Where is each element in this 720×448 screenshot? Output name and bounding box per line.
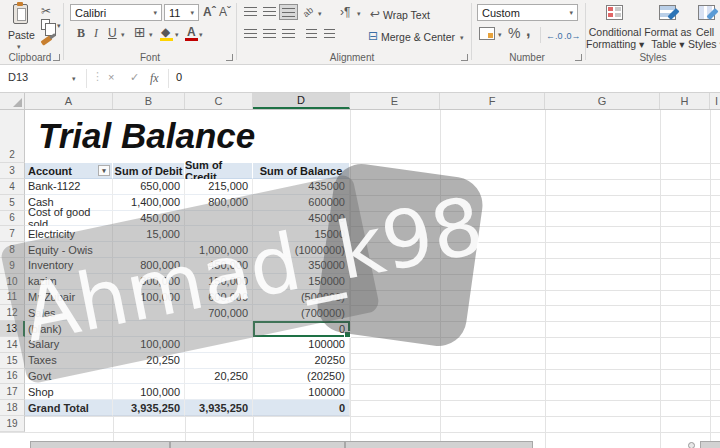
cell-C9[interactable]: 450,000 bbox=[185, 258, 253, 274]
column-header-D[interactable]: D bbox=[253, 93, 350, 109]
row-header-5[interactable]: 5 bbox=[0, 195, 25, 211]
enter-icon[interactable]: ✓ bbox=[130, 71, 139, 84]
pivot-header-debit[interactable]: Sum of Debit bbox=[113, 163, 185, 179]
cell-B12[interactable] bbox=[113, 305, 185, 321]
pivot-header-balance[interactable]: Sum of Balance bbox=[253, 163, 350, 179]
cell-C4[interactable]: 215,000 bbox=[185, 179, 253, 195]
column-header-I[interactable]: I bbox=[710, 93, 720, 109]
cell-B7[interactable]: 15,000 bbox=[113, 226, 185, 242]
chevron-down-icon[interactable]: ▾ bbox=[57, 22, 61, 30]
cell-D18[interactable]: 0 bbox=[253, 400, 350, 416]
cell-A12[interactable]: Sales bbox=[25, 305, 113, 321]
cell-A8[interactable]: Equity - Owis bbox=[25, 242, 113, 258]
cell-B6[interactable]: 450,000 bbox=[113, 211, 185, 227]
insert-function-icon[interactable]: fx bbox=[150, 71, 159, 86]
font-size-combo[interactable]: 11▾ bbox=[164, 4, 199, 21]
decrease-font-icon[interactable]: Aˇ bbox=[219, 6, 231, 18]
row-header-9[interactable]: 9 bbox=[0, 258, 25, 274]
chevron-down-icon[interactable]: ▾ bbox=[318, 10, 322, 18]
cell-D14[interactable]: 100000 bbox=[253, 337, 350, 353]
cell-C8[interactable]: 1,000,000 bbox=[185, 242, 253, 258]
cell-B13[interactable] bbox=[113, 321, 185, 337]
number-format-combo[interactable]: Custom▾ bbox=[477, 4, 578, 21]
increase-decimal-icon[interactable]: ←.0 bbox=[546, 30, 563, 42]
cell-C14[interactable] bbox=[185, 337, 253, 353]
increase-indent-icon[interactable] bbox=[324, 29, 335, 39]
cell-B9[interactable]: 800,000 bbox=[113, 258, 185, 274]
chevron-down-icon[interactable]: ▾ bbox=[357, 10, 361, 18]
cell-C12[interactable]: 700,000 bbox=[185, 305, 253, 321]
cell-C15[interactable] bbox=[185, 353, 253, 369]
column-header-E[interactable]: E bbox=[350, 93, 440, 109]
cell-A16[interactable]: Govt bbox=[25, 369, 113, 385]
chevron-down-icon[interactable]: ▾ bbox=[149, 31, 153, 39]
column-header-F[interactable]: F bbox=[440, 93, 545, 109]
align-center-icon[interactable] bbox=[263, 29, 276, 39]
cell-C18[interactable]: 3,935,250 bbox=[185, 400, 253, 416]
formula-input[interactable]: 0 bbox=[176, 71, 182, 83]
cell-A11[interactable]: Mr Zubair bbox=[25, 290, 113, 306]
cell-A6[interactable]: Cost of good sold bbox=[25, 211, 113, 227]
copy-icon[interactable] bbox=[41, 19, 50, 30]
row-header-3[interactable]: 3 bbox=[0, 163, 25, 179]
cell-D11[interactable]: (500000) bbox=[253, 290, 350, 306]
chevron-down-icon[interactable]: ▾ bbox=[460, 34, 464, 42]
wrap-text-button[interactable]: Wrap Text bbox=[383, 9, 430, 21]
format-painter-icon[interactable] bbox=[41, 35, 53, 45]
cut-icon[interactable]: ✂ bbox=[41, 5, 51, 17]
cell-B16[interactable] bbox=[113, 369, 185, 385]
row-header-13[interactable]: 13 bbox=[0, 321, 25, 337]
cell-B14[interactable]: 100,000 bbox=[113, 337, 185, 353]
cell-B15[interactable]: 20,250 bbox=[113, 353, 185, 369]
cell-A17[interactable]: Shop bbox=[25, 384, 113, 400]
cell-A15[interactable]: Taxes bbox=[25, 353, 113, 369]
pivot-header-account[interactable]: Account▾ bbox=[25, 163, 113, 179]
italic-button[interactable]: I bbox=[94, 27, 98, 39]
number-dialog-launcher[interactable] bbox=[575, 54, 582, 61]
cell-B17[interactable]: 100,000 bbox=[113, 384, 185, 400]
align-left-icon[interactable] bbox=[244, 29, 257, 39]
align-middle-icon[interactable] bbox=[263, 7, 276, 17]
row-header-19[interactable]: 19 bbox=[0, 416, 25, 432]
underline-button[interactable]: U bbox=[108, 27, 117, 39]
cell-D6[interactable]: 450000 bbox=[253, 211, 350, 227]
increase-font-icon[interactable]: Aˆ bbox=[203, 6, 216, 18]
cell-A14[interactable]: Salary bbox=[25, 337, 113, 353]
ltr-paragraph-icon[interactable]: ›¶ bbox=[340, 6, 350, 18]
cell-A4[interactable]: Bank-1122 bbox=[25, 179, 113, 195]
alignment-dialog-launcher[interactable] bbox=[461, 54, 468, 61]
percent-style-icon[interactable]: % bbox=[508, 27, 520, 39]
row-header-4[interactable]: 4 bbox=[0, 179, 25, 195]
cell-D5[interactable]: 600000 bbox=[253, 195, 350, 211]
column-header-H[interactable]: H bbox=[660, 93, 710, 109]
merge-center-button[interactable]: Merge & Center bbox=[381, 31, 455, 43]
bold-button[interactable]: B bbox=[77, 27, 85, 39]
chevron-down-icon[interactable]: ▾ bbox=[199, 31, 203, 39]
cell-B5[interactable]: 1,400,000 bbox=[113, 195, 185, 211]
cell-D15[interactable]: 20250 bbox=[253, 353, 350, 369]
row-header-11[interactable]: 11 bbox=[0, 290, 25, 306]
name-box[interactable]: D13 ▾ bbox=[0, 65, 86, 92]
row-header-16[interactable]: 16 bbox=[0, 369, 25, 385]
cell-B18[interactable]: 3,935,250 bbox=[113, 400, 185, 416]
row-header-2[interactable]: 2 bbox=[0, 110, 25, 163]
font-name-combo[interactable]: Calibri▾ bbox=[70, 4, 162, 21]
cell-B4[interactable]: 650,000 bbox=[113, 179, 185, 195]
cancel-icon[interactable]: × bbox=[108, 71, 114, 83]
cell-C7[interactable] bbox=[185, 226, 253, 242]
cell-A7[interactable]: Electricity bbox=[25, 226, 113, 242]
row-header-7[interactable]: 7 bbox=[0, 226, 25, 242]
active-cell-selection[interactable] bbox=[253, 321, 350, 337]
cell-C11[interactable]: 600,000 bbox=[185, 290, 253, 306]
column-header-C[interactable]: C bbox=[185, 93, 253, 109]
column-header-A[interactable]: A bbox=[25, 93, 113, 109]
clipboard-dialog-launcher[interactable] bbox=[53, 54, 60, 61]
cell-D7[interactable]: 15000 bbox=[253, 226, 350, 242]
cell-D4[interactable]: 435000 bbox=[253, 179, 350, 195]
cell-D8[interactable]: (1000000) bbox=[253, 242, 350, 258]
align-bottom-selected[interactable] bbox=[279, 4, 298, 20]
cell-D16[interactable]: (20250) bbox=[253, 369, 350, 385]
select-all-corner[interactable] bbox=[0, 93, 25, 109]
cell-C10[interactable]: 150,000 bbox=[185, 274, 253, 290]
cell-C16[interactable]: 20,250 bbox=[185, 369, 253, 385]
